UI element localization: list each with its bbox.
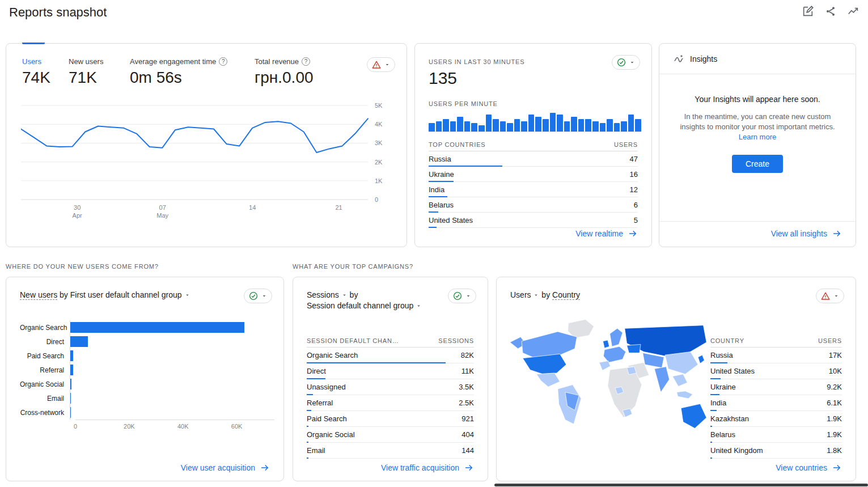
chevron-down-icon bbox=[833, 293, 840, 299]
bar-track bbox=[70, 405, 274, 420]
row-value: 16 bbox=[630, 170, 638, 179]
minute-bar bbox=[479, 125, 485, 132]
tab-total-revenue[interactable]: Total revenue? грн.0.00 bbox=[255, 57, 314, 87]
dimension-selector[interactable]: Country bbox=[552, 290, 580, 300]
minute-bar bbox=[457, 117, 463, 132]
insights-card: Insights Your Insights will appear here … bbox=[659, 43, 856, 247]
sessions-table-body: Organic Search82KDirect11KUnassigned3.5K… bbox=[307, 348, 474, 459]
link-label: View traffic acquisition bbox=[381, 463, 459, 472]
table-row: Unassigned3.5K bbox=[307, 379, 474, 395]
minute-bar bbox=[600, 123, 606, 132]
tab-avg-engagement-time[interactable]: Average engagement time? 0m 56s bbox=[130, 57, 227, 87]
row-label: India bbox=[429, 185, 444, 194]
insights-body: Your Insights will appear here soon. In … bbox=[659, 74, 856, 173]
row-label: Belarus bbox=[429, 201, 454, 209]
card-title: Sessions by Session default channel grou… bbox=[307, 290, 422, 311]
metric-value: 0m 56s bbox=[130, 69, 227, 87]
card-title: Users by Country bbox=[510, 290, 580, 300]
minute-bar bbox=[443, 119, 449, 132]
help-icon[interactable]: ? bbox=[219, 57, 227, 66]
table-row: Belarus6 bbox=[429, 197, 638, 213]
bar-label: Email bbox=[20, 395, 70, 403]
row-value: 6.1K bbox=[827, 399, 842, 407]
bar-track bbox=[70, 363, 274, 377]
row-value: 5 bbox=[634, 216, 638, 225]
metric-label: Total revenue bbox=[255, 57, 299, 66]
chevron-down-icon bbox=[261, 293, 268, 299]
metric-label: Users bbox=[22, 57, 50, 66]
table-row: Referral2.5K bbox=[307, 395, 474, 411]
bar-label: Referral bbox=[20, 366, 70, 374]
minute-bar bbox=[571, 117, 577, 132]
top-countries-table-body: Russia47Ukraine16India12Belarus6United S… bbox=[429, 151, 638, 228]
realtime-users-value: 135 bbox=[429, 69, 457, 88]
tab-new-users[interactable]: New users 71K bbox=[69, 57, 103, 87]
metric-label: Average engagement time bbox=[130, 57, 216, 66]
by-label: by bbox=[541, 290, 550, 299]
minute-bar bbox=[493, 119, 499, 132]
metric-label: Users bbox=[510, 290, 531, 299]
dimension-selector[interactable]: First user default channel group bbox=[70, 290, 190, 299]
view-user-acquisition-link[interactable]: View user acquisition bbox=[181, 463, 270, 473]
learn-more-link[interactable]: Learn more bbox=[739, 133, 776, 141]
data-quality-dropdown[interactable] bbox=[244, 289, 272, 303]
users-per-minute-label: USERS PER MINUTE bbox=[429, 100, 498, 107]
bar-track bbox=[70, 391, 274, 405]
page-title: Reports snapshot bbox=[9, 5, 107, 20]
bar-track bbox=[70, 334, 274, 349]
svg-text:4K: 4K bbox=[375, 121, 383, 128]
link-label: View user acquisition bbox=[181, 463, 255, 472]
help-icon[interactable]: ? bbox=[302, 57, 310, 66]
table-row: United Kingdom1.8K bbox=[710, 443, 842, 459]
chevron-down-icon bbox=[533, 292, 539, 298]
arrow-right-icon bbox=[832, 463, 842, 473]
svg-text:30: 30 bbox=[74, 204, 81, 211]
bar-label: Organic Social bbox=[20, 380, 70, 388]
metric-label: Sessions bbox=[307, 290, 339, 299]
tab-users[interactable]: Users 74K bbox=[22, 57, 50, 87]
view-all-insights-link[interactable]: View all insights bbox=[771, 228, 842, 239]
axis-tick: 40K bbox=[177, 423, 189, 430]
divider bbox=[659, 221, 856, 222]
dimension-selector[interactable]: Session default channel group bbox=[307, 301, 422, 310]
minute-bar bbox=[592, 121, 599, 132]
customize-report-icon[interactable] bbox=[801, 5, 815, 18]
axis-tick: 0 bbox=[74, 423, 77, 430]
channel-bar-chart: Organic SearchDirectPaid SearchReferralO… bbox=[20, 320, 274, 432]
metric-selector[interactable]: Sessions bbox=[307, 290, 348, 299]
bar bbox=[70, 336, 88, 347]
data-quality-dropdown[interactable] bbox=[612, 55, 640, 70]
by-label: by bbox=[60, 290, 68, 299]
arrow-right-icon bbox=[260, 463, 270, 473]
row-label: Paid Search bbox=[307, 414, 347, 423]
insights-headline: Your Insights will appear here soon. bbox=[674, 95, 841, 104]
row-label: Russia bbox=[710, 351, 733, 359]
create-insight-button[interactable]: Create bbox=[732, 155, 783, 173]
view-realtime-link[interactable]: View realtime bbox=[575, 228, 638, 239]
bar bbox=[70, 365, 73, 375]
data-quality-dropdown[interactable] bbox=[816, 289, 844, 303]
row-label: United Kingdom bbox=[710, 446, 763, 455]
page-header: Reports snapshot bbox=[0, 0, 868, 27]
share-icon[interactable] bbox=[824, 5, 837, 18]
column-header: COUNTRY bbox=[710, 337, 744, 344]
insights-title: Insights bbox=[690, 54, 717, 63]
data-quality-dropdown[interactable] bbox=[448, 289, 476, 303]
metric-selector[interactable]: Users bbox=[510, 290, 539, 299]
bar-row: Referral bbox=[20, 363, 274, 377]
row-label: Russia bbox=[429, 155, 451, 163]
svg-text:5K: 5K bbox=[375, 102, 383, 109]
countries-card: Users by Country bbox=[496, 277, 856, 481]
svg-text:21: 21 bbox=[335, 204, 342, 211]
row-label: Email bbox=[307, 446, 325, 455]
data-quality-dropdown[interactable] bbox=[367, 57, 395, 72]
insights-icon[interactable] bbox=[846, 5, 860, 18]
row-value: 6 bbox=[634, 201, 638, 209]
row-label: Unassigned bbox=[307, 383, 346, 391]
horizontal-scrollbar[interactable] bbox=[494, 484, 868, 486]
row-value: 1.9K bbox=[827, 414, 842, 423]
metric-value: грн.0.00 bbox=[255, 69, 314, 87]
metric-selector[interactable]: New users bbox=[20, 290, 57, 300]
view-traffic-acquisition-link[interactable]: View traffic acquisition bbox=[381, 463, 474, 473]
view-countries-link[interactable]: View countries bbox=[776, 463, 842, 473]
